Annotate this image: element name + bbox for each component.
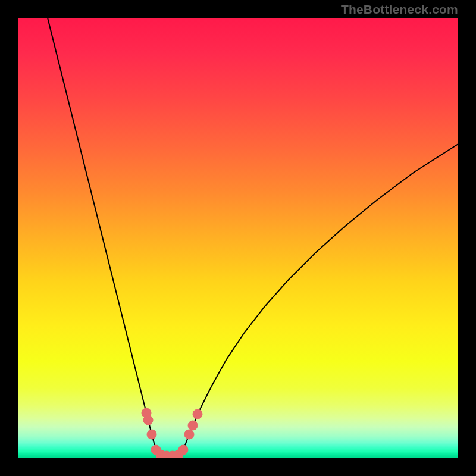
chart-container: TheBottleneck.com — [0, 0, 476, 476]
marker-point — [184, 430, 194, 439]
marker-group — [142, 408, 202, 458]
plot-area — [18, 18, 458, 458]
marker-point — [178, 445, 188, 455]
marker-point — [193, 409, 202, 419]
watermark-text: TheBottleneck.com — [341, 2, 458, 17]
bottleneck-curve — [48, 18, 458, 456]
marker-point — [147, 430, 156, 439]
marker-point — [143, 415, 153, 425]
curve-layer — [18, 18, 458, 458]
marker-point — [188, 421, 198, 430]
